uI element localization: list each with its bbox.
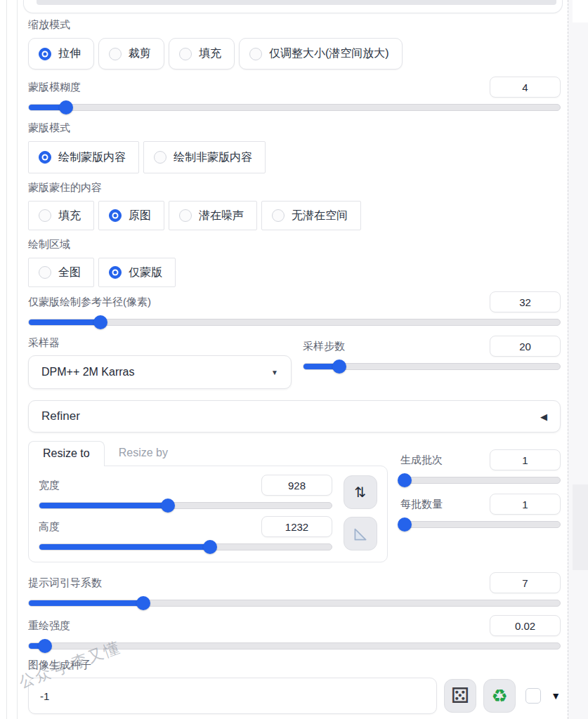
batch-size-input[interactable]: [490, 494, 561, 515]
radio-selected-icon: [109, 266, 122, 279]
triangle-ruler-icon: [351, 525, 370, 543]
mask-mode-radio-group: 绘制蒙版内容 绘制非蒙版内容: [28, 141, 561, 173]
cfg-scale-input[interactable]: [490, 572, 561, 593]
adjacent-column-strip: [568, 0, 588, 719]
extra-seed-checkbox[interactable]: [525, 688, 541, 704]
aspect-ratio-button[interactable]: [344, 517, 377, 550]
width-input[interactable]: [261, 475, 332, 496]
radio-content-latent-noise[interactable]: 潜在噪声: [169, 201, 257, 230]
radio-label: 潜在噪声: [199, 209, 244, 223]
denoising-label: 重绘强度: [28, 619, 70, 633]
swap-dimensions-button[interactable]: ⇅: [344, 475, 377, 509]
radio-resize-fill[interactable]: 填充: [169, 38, 235, 70]
slider-fill: [39, 544, 210, 550]
random-seed-button[interactable]: ⚄: [444, 679, 476, 713]
width-slider[interactable]: [39, 502, 332, 509]
mask-mode-label: 蒙版模式: [28, 121, 561, 135]
radio-label: 原图: [129, 209, 151, 223]
chevron-down-icon: ▼: [271, 369, 278, 376]
cropped-top-bar: [37, 0, 556, 5]
slider-handle[interactable]: [161, 499, 175, 513]
radio-icon: [154, 151, 166, 164]
cfg-scale-slider[interactable]: [28, 600, 561, 607]
steps-input[interactable]: [490, 336, 561, 357]
radio-icon: [39, 266, 51, 279]
steps-slider[interactable]: [303, 363, 561, 370]
cropped-top-element: [23, 0, 563, 13]
radio-content-original[interactable]: 原图: [98, 201, 164, 230]
adjacent-block: [573, 0, 588, 22]
radio-label: 绘制非蒙版内容: [174, 150, 252, 165]
radio-selected-icon: [39, 48, 51, 60]
radio-selected-icon: [39, 151, 51, 164]
radio-inpaint-masked[interactable]: 绘制蒙版内容: [28, 141, 139, 173]
mask-blur-label: 蒙版模糊度: [28, 80, 81, 94]
width-label: 宽度: [39, 478, 60, 492]
refiner-title: Refiner: [41, 409, 80, 423]
padding-radius-input[interactable]: [490, 291, 561, 312]
radio-resize-latent[interactable]: 仅调整大小(潜空间放大): [239, 38, 403, 70]
steps-label: 采样步数: [303, 339, 345, 353]
batch-count-input[interactable]: [490, 449, 561, 470]
denoising-slider[interactable]: [28, 642, 561, 649]
inpaint-area-radio-group: 全图 仅蒙版: [28, 258, 561, 287]
slider-fill: [39, 503, 168, 508]
slider-handle[interactable]: [332, 360, 346, 374]
radio-label: 拉伸: [58, 46, 81, 61]
mask-blur-slider[interactable]: [28, 104, 561, 111]
panel-border-line: [6, 0, 7, 719]
masked-content-radio-group: 填充 原图 潜在噪声 无潜在空间: [28, 201, 561, 230]
radio-content-latent-nothing[interactable]: 无潜在空间: [261, 201, 361, 230]
sampler-value: DPM++ 2M Karras: [41, 366, 134, 378]
radio-content-fill[interactable]: 填充: [28, 201, 94, 230]
padding-radius-slider[interactable]: [28, 319, 561, 326]
batch-count-slider[interactable]: [400, 477, 561, 484]
slider-handle[interactable]: [93, 315, 107, 329]
resize-to-tab-content: 宽度 ⇅: [28, 466, 388, 562]
radio-resize-stretch[interactable]: 拉伸: [28, 38, 94, 70]
radio-resize-crop[interactable]: 裁剪: [98, 38, 164, 70]
slider-fill: [29, 319, 100, 325]
reuse-seed-button[interactable]: ♻: [483, 679, 516, 713]
radio-inpaint-not-masked[interactable]: 绘制非蒙版内容: [143, 141, 266, 173]
seed-label: 图像生成种子: [28, 658, 561, 672]
tab-resize-to[interactable]: Resize to: [28, 441, 105, 466]
seed-dropdown-icon[interactable]: ▼: [551, 690, 561, 701]
mask-blur-input[interactable]: [490, 77, 561, 98]
height-slider[interactable]: [39, 543, 332, 550]
seed-input[interactable]: [28, 678, 437, 714]
radio-label: 填充: [199, 46, 221, 61]
tab-resize-by[interactable]: Resize by: [105, 441, 182, 466]
radio-label: 绘制蒙版内容: [58, 150, 126, 165]
radio-label: 仅调整大小(潜空间放大): [269, 46, 389, 61]
slider-handle[interactable]: [136, 596, 150, 610]
sampler-label: 采样器: [28, 336, 292, 350]
adjacent-block: [573, 484, 588, 570]
radio-area-only-masked[interactable]: 仅蒙版: [98, 258, 176, 287]
radio-icon: [109, 48, 122, 60]
radio-icon: [272, 209, 285, 222]
sampler-dropdown[interactable]: DPM++ 2M Karras ▼: [28, 355, 292, 389]
denoising-input[interactable]: [490, 615, 561, 636]
slider-handle[interactable]: [398, 473, 412, 487]
radio-selected-icon: [109, 209, 122, 222]
batch-count-label: 生成批次: [400, 453, 443, 467]
slider-fill: [29, 600, 143, 606]
radio-label: 裁剪: [129, 46, 151, 61]
height-label: 高度: [39, 520, 60, 534]
radio-label: 仅蒙版: [129, 265, 162, 280]
slider-handle[interactable]: [203, 540, 217, 554]
radio-icon: [249, 48, 262, 60]
recycle-icon: ♻: [491, 687, 507, 705]
slider-handle[interactable]: [59, 100, 73, 114]
inpaint-area-label: 绘制区域: [28, 237, 561, 251]
radio-area-whole[interactable]: 全图: [28, 258, 94, 287]
slider-handle[interactable]: [398, 517, 412, 532]
height-input[interactable]: [261, 516, 332, 537]
refiner-accordion[interactable]: Refiner ◀: [28, 400, 561, 433]
resize-mode-label: 缩放模式: [28, 18, 561, 32]
slider-handle[interactable]: [38, 639, 52, 653]
batch-size-slider[interactable]: [400, 521, 561, 528]
inpaint-settings-panel: 缩放模式 拉伸 裁剪 填充 仅调整大小(潜空间放大) 蒙版模糊度: [0, 0, 588, 719]
masked-content-label: 蒙版蒙住的内容: [28, 180, 561, 194]
